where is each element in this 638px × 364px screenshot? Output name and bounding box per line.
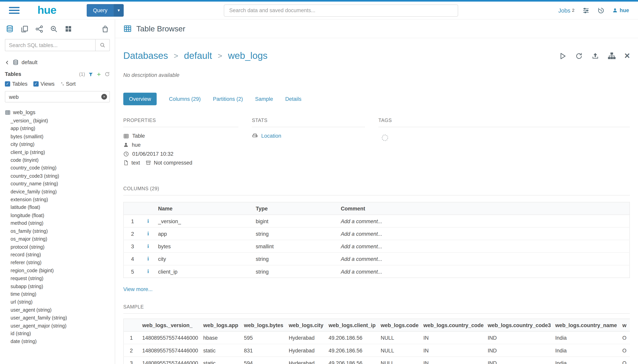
info-icon[interactable]: i: [147, 243, 149, 249]
share-nodes-icon[interactable]: [35, 25, 43, 32]
tab-overview[interactable]: Overview: [123, 92, 157, 105]
history-icon[interactable]: [597, 7, 605, 14]
row-number: 3: [123, 356, 139, 364]
column-list-item[interactable]: country_code3 (string): [0, 172, 115, 180]
column-list-item[interactable]: request (string): [0, 275, 115, 282]
refresh-tables-icon[interactable]: [105, 72, 110, 77]
sample-cell: Hyderabad: [286, 332, 325, 344]
chevron-left-icon[interactable]: [5, 60, 10, 65]
column-name-link[interactable]: _version_: [155, 215, 252, 227]
tab-details[interactable]: Details: [285, 96, 301, 102]
hamburger-menu-icon[interactable]: [9, 7, 20, 14]
apps-grid-icon[interactable]: [65, 25, 72, 32]
sample-cell: India: [552, 332, 619, 344]
sql-table-search-button[interactable]: [95, 39, 110, 51]
breadcrumb-database[interactable]: default: [184, 50, 212, 62]
column-list-item[interactable]: user_agent_major (string): [0, 322, 115, 330]
tables-checkbox[interactable]: Tables: [5, 81, 28, 87]
sql-table-search-input[interactable]: [5, 39, 95, 51]
column-list-item[interactable]: id (string): [0, 330, 115, 338]
query-button[interactable]: Query: [86, 4, 113, 17]
column-list-item[interactable]: date (string): [0, 338, 115, 346]
tab-sample[interactable]: Sample: [255, 96, 273, 102]
column-comment[interactable]: Add a comment...: [338, 252, 630, 265]
filter-funnel-icon[interactable]: [88, 72, 93, 77]
tab-bar: Overview Columns (29) Partitions (2) Sam…: [123, 92, 630, 105]
column-name-link[interactable]: city: [155, 252, 252, 265]
sample-cell: IND: [484, 356, 552, 364]
views-checkbox[interactable]: Views: [33, 81, 55, 87]
bag-icon[interactable]: [101, 25, 109, 32]
column-list-item[interactable]: latitude (float): [0, 204, 115, 212]
column-name-link[interactable]: client_ip: [155, 265, 252, 278]
column-list-item[interactable]: country_name (string): [0, 180, 115, 188]
column-list-item[interactable]: code (tinyint): [0, 156, 115, 164]
breadcrumb-databases[interactable]: Databases: [123, 50, 168, 62]
tables-count: (1): [79, 72, 85, 77]
column-list-item[interactable]: record (string): [0, 251, 115, 259]
sort-toggle[interactable]: Sort: [60, 81, 76, 87]
lineage-sitemap-icon[interactable]: [608, 52, 615, 60]
column-list-item[interactable]: country_code (string): [0, 164, 115, 172]
current-database[interactable]: default: [22, 60, 38, 66]
column-list-item[interactable]: user_agent_family (string): [0, 314, 115, 322]
info-icon[interactable]: i: [147, 218, 149, 224]
column-list-item[interactable]: device_family (string): [0, 188, 115, 196]
table-tree-item[interactable]: web_logs: [0, 108, 115, 117]
column-list-item[interactable]: url (string): [0, 298, 115, 306]
column-list-item[interactable]: bytes (smallint): [0, 133, 115, 140]
refresh-icon[interactable]: [575, 52, 582, 60]
column-comment[interactable]: Add a comment...: [338, 215, 630, 227]
column-comment[interactable]: Add a comment...: [338, 240, 630, 252]
hue-logo[interactable]: hue: [38, 4, 56, 17]
user-menu[interactable]: hue: [612, 7, 629, 13]
column-list-item[interactable]: longitude (float): [0, 212, 115, 220]
clear-filter-icon[interactable]: ×: [101, 94, 107, 100]
sql-databases-icon[interactable]: [6, 25, 14, 33]
column-list-item[interactable]: os_family (string): [0, 228, 115, 235]
column-list-item[interactable]: app (string): [0, 125, 115, 133]
add-table-icon[interactable]: [96, 72, 101, 77]
column-type: string: [253, 227, 338, 240]
col-header-name: Name: [155, 202, 252, 215]
global-search-input[interactable]: [224, 4, 458, 16]
tab-columns[interactable]: Columns (29): [169, 96, 201, 102]
breadcrumb-table[interactable]: web_logs: [228, 50, 268, 62]
column-name-link[interactable]: bytes: [155, 240, 252, 252]
column-comment[interactable]: Add a comment...: [338, 265, 630, 278]
column-list-item[interactable]: method (string): [0, 220, 115, 228]
column-list-item[interactable]: _version_ (bigint): [0, 117, 115, 125]
column-list-item[interactable]: city (string): [0, 140, 115, 148]
column-list-item[interactable]: os_major (string): [0, 235, 115, 243]
sliders-icon[interactable]: [582, 7, 589, 14]
column-list-item[interactable]: region_code (bigint): [0, 267, 115, 275]
table-filter-input[interactable]: [5, 91, 110, 102]
column-list-item[interactable]: user_agent (string): [0, 306, 115, 314]
column-list-item[interactable]: extension (string): [0, 196, 115, 204]
jobs-link[interactable]: Jobs 2: [558, 7, 574, 14]
query-dropdown-button[interactable]: ▾: [113, 4, 124, 17]
column-list-item[interactable]: referer (string): [0, 259, 115, 267]
sample-cell: 594: [241, 356, 286, 364]
close-icon[interactable]: ×: [624, 51, 630, 60]
import-upload-icon[interactable]: [591, 52, 599, 60]
column-list-item[interactable]: protocol (string): [0, 243, 115, 251]
view-more-link[interactable]: View more...: [123, 286, 153, 292]
loading-spinner-icon: [382, 134, 388, 141]
query-button-group: Query ▾: [86, 4, 124, 17]
column-comment[interactable]: Add a comment...: [338, 227, 630, 240]
info-icon[interactable]: i: [147, 256, 149, 262]
zoom-plus-icon[interactable]: [50, 25, 58, 32]
location-link[interactable]: Location: [261, 133, 281, 139]
column-list-item[interactable]: subapp (string): [0, 282, 115, 290]
column-list-item[interactable]: client_ip (string): [0, 149, 115, 156]
columns-table-row: 2 i app string Add a comment...: [123, 227, 630, 240]
tab-partitions[interactable]: Partitions (2): [213, 96, 243, 102]
documents-icon[interactable]: [21, 25, 29, 32]
sample-cell: static: [200, 344, 241, 356]
info-icon[interactable]: i: [147, 230, 149, 236]
column-list-item[interactable]: time (string): [0, 290, 115, 298]
info-icon[interactable]: i: [147, 268, 149, 274]
query-play-icon[interactable]: [559, 52, 566, 60]
column-name-link[interactable]: app: [155, 227, 252, 240]
